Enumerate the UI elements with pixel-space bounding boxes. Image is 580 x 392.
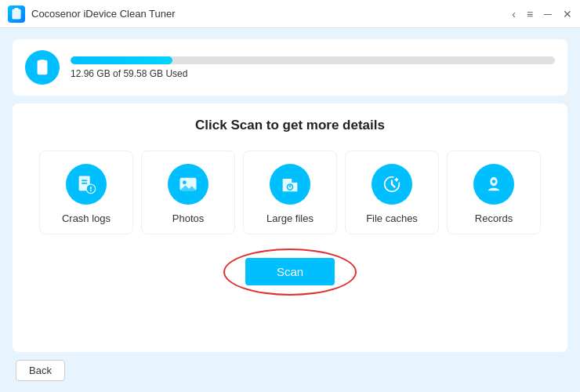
large-files-label: Large files (266, 212, 314, 224)
back-button[interactable]: Back (16, 360, 65, 381)
photos-card: Photos (141, 151, 235, 234)
bottom-bar: Back (13, 360, 567, 381)
menu-icon[interactable]: ≡ (527, 8, 533, 20)
of-label: of (113, 68, 123, 79)
feature-icons-grid: Crash logs Photos (25, 151, 555, 234)
records-icon-circle (473, 164, 514, 205)
used-label: Used (165, 68, 187, 79)
records-card: Records (447, 151, 541, 234)
center-section: Click Scan to get more details Crash log… (13, 103, 567, 352)
svg-rect-0 (12, 9, 20, 19)
crash-logs-icon-circle (66, 164, 107, 205)
file-caches-label: File caches (366, 212, 418, 224)
scan-button[interactable]: Scan (245, 258, 335, 285)
records-label: Records (475, 212, 513, 224)
app-logo (8, 5, 25, 23)
file-caches-icon-circle (372, 164, 412, 205)
minimize-icon[interactable]: ─ (544, 8, 552, 20)
storage-bar-fill (71, 56, 172, 64)
scan-area: Scan (212, 258, 368, 285)
svg-rect-3 (40, 60, 45, 61)
app-title: Cocosenor iDevice Clean Tuner (31, 8, 418, 20)
window-controls: ‹ ≡ ─ ✕ (512, 8, 572, 20)
crash-logs-card: Crash logs (39, 151, 133, 234)
svg-point-11 (183, 180, 187, 184)
storage-info: 12.96 GB of 59.58 GB Used (71, 56, 555, 79)
storage-text: 12.96 GB of 59.58 GB Used (71, 68, 555, 79)
phone-icon (25, 50, 60, 85)
large-files-card: Large files (243, 151, 337, 234)
svg-point-9 (90, 190, 92, 191)
main-heading: Click Scan to get more details (195, 118, 385, 133)
svg-rect-1 (15, 8, 19, 9)
titlebar: Cocosenor iDevice Clean Tuner iPhone 6s … (0, 0, 580, 28)
file-caches-card: File caches (345, 151, 439, 234)
used-gb: 12.96 GB (71, 68, 111, 79)
close-icon[interactable]: ✕ (563, 8, 572, 20)
total-gb: 59.58 GB (123, 68, 163, 79)
back-nav-icon[interactable]: ‹ (512, 8, 516, 20)
storage-card: 12.96 GB of 59.58 GB Used (13, 39, 567, 96)
main-content: 12.96 GB of 59.58 GB Used Click Scan to … (0, 28, 580, 392)
svg-point-20 (492, 180, 496, 183)
large-files-icon-circle (270, 164, 310, 205)
photos-label: Photos (172, 212, 204, 224)
svg-rect-2 (38, 60, 48, 74)
storage-bar-track (71, 56, 555, 64)
photos-icon-circle (168, 164, 208, 205)
crash-logs-label: Crash logs (62, 212, 111, 224)
